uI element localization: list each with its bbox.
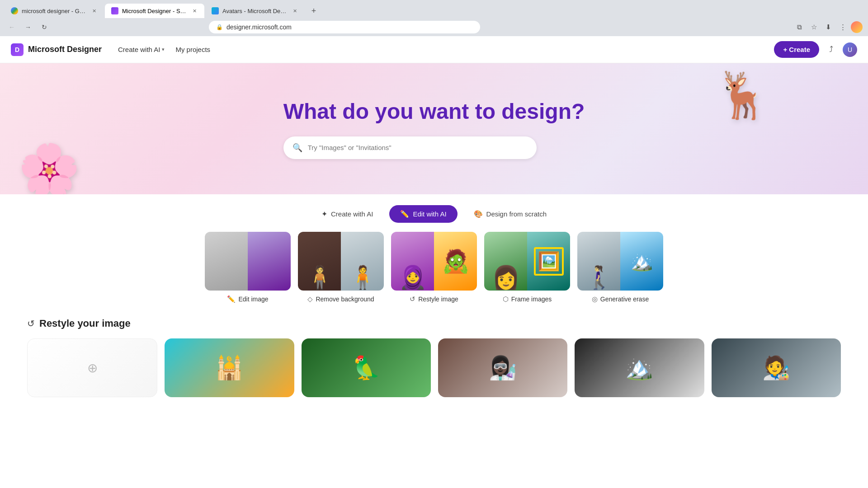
create-with-ai-nav[interactable]: Create with AI ▾ xyxy=(113,42,170,57)
create-with-ai-label: Create with AI xyxy=(118,46,160,53)
search-input[interactable] xyxy=(308,144,528,151)
address-bar: ← → ↻ 🔒 designer.microsoft.com ⧉ ☆ ⬇ ⋮ xyxy=(0,18,868,36)
tab-bar: microsoft designer - Google S... ✕ Micro… xyxy=(0,0,868,18)
restyle-card-5[interactable]: 🧑‍🎨 xyxy=(712,338,841,397)
hero-decoration-left: 🌸 xyxy=(18,145,127,194)
hero-content: What do you want to design? 🔍 xyxy=(283,99,585,159)
user-avatar[interactable]: U xyxy=(843,42,857,57)
tab-edit-ai-label: Edit with AI xyxy=(413,210,446,218)
image-label-restyle: ↺ Restyle image xyxy=(410,295,458,303)
restyle-card-1[interactable]: 🕌 xyxy=(165,338,294,397)
bookmark-button[interactable]: ☆ xyxy=(807,21,820,33)
frame-label-text: Frame images xyxy=(511,296,552,303)
image-thumb-restyle: 🧕 🧟 xyxy=(391,232,477,291)
restyle-label-text: Restyle image xyxy=(418,296,458,303)
image-label-edit: ✏️ Edit image xyxy=(227,295,268,303)
tab-close-3[interactable]: ✕ xyxy=(291,7,298,14)
search-bar[interactable]: 🔍 xyxy=(283,136,537,159)
image-card-edit[interactable]: ✏️ Edit image xyxy=(205,232,291,303)
refresh-button[interactable]: ↻ xyxy=(38,21,51,33)
restyle-card-0[interactable]: ⊕ xyxy=(27,338,157,397)
share-button[interactable]: ⤴ xyxy=(823,42,839,58)
browser-chrome: microsoft designer - Google S... ✕ Micro… xyxy=(0,0,868,36)
hero-title: What do you want to design? xyxy=(283,99,585,124)
back-button[interactable]: ← xyxy=(5,21,18,33)
tab-favicon-3 xyxy=(212,7,219,14)
remove-bg-icon: ◇ xyxy=(307,295,313,303)
restyle-title-row: ↺ Restyle your image xyxy=(27,318,841,329)
tab-favicon-1 xyxy=(11,7,18,14)
image-card-remove-bg[interactable]: 🧍 🧍 ◇ Remove background xyxy=(298,232,384,303)
logo-text: Microsoft Designer xyxy=(28,45,102,54)
restyle-card-4[interactable]: 🏔️ xyxy=(575,338,704,397)
restyle-grid: ⊕ 🕌 🦜 👩🏿‍🔬 🏔️ 🧑‍🎨 xyxy=(27,338,841,397)
image-card-restyle[interactable]: 🧕 🧟 ↺ Restyle image xyxy=(391,232,477,303)
address-text: designer.microsoft.com xyxy=(226,23,292,31)
image-thumb-remove-bg: 🧍 🧍 xyxy=(298,232,384,291)
my-projects-label: My projects xyxy=(175,46,210,53)
browser-icons: ⧉ ☆ ⬇ ⋮ xyxy=(793,21,863,33)
tab-close-2[interactable]: ✕ xyxy=(191,7,198,14)
tab-1[interactable]: microsoft designer - Google S... ✕ xyxy=(5,4,104,18)
erase-icon: ◎ xyxy=(592,295,598,303)
image-thumb-frame: 👩 🖼️ xyxy=(484,232,570,291)
tabs-section: ✦ Create with AI ✏️ Edit with AI 🎨 Desig… xyxy=(0,194,868,232)
image-label-erase: ◎ Generative erase xyxy=(592,295,649,303)
restyle-card-2[interactable]: 🦜 xyxy=(302,338,431,397)
image-label-remove-bg: ◇ Remove background xyxy=(307,295,374,303)
tab-edit-ai[interactable]: ✏️ Edit with AI xyxy=(389,205,457,223)
tab-design-scratch-label: Design from scratch xyxy=(486,210,547,218)
new-tab-button[interactable]: + xyxy=(307,5,320,17)
tab-2[interactable]: Microsoft Designer - Stunning ... ✕ xyxy=(105,4,204,18)
forward-button[interactable]: → xyxy=(22,21,34,33)
frame-icon: ⬡ xyxy=(503,295,509,303)
search-icon: 🔍 xyxy=(292,143,302,153)
erase-label-text: Generative erase xyxy=(600,296,649,303)
downloads-button[interactable]: ⬇ xyxy=(822,21,835,33)
restyle-icon: ↺ xyxy=(410,295,415,303)
tab-label-2: Microsoft Designer - Stunning ... xyxy=(122,8,187,14)
design-scratch-icon: 🎨 xyxy=(474,210,483,218)
menu-button[interactable]: ⋮ xyxy=(836,21,849,33)
tab-design-scratch[interactable]: 🎨 Design from scratch xyxy=(463,205,557,223)
my-projects-nav[interactable]: My projects xyxy=(170,42,216,57)
restyle-section: ↺ Restyle your image ⊕ 🕌 🦜 👩🏿‍🔬 🏔️ 🧑‍🎨 xyxy=(0,309,868,411)
restyle-placeholder: ⊕ xyxy=(87,361,98,375)
tab-create-ai-label: Create with AI xyxy=(331,210,373,218)
hero-section: 🌸 What do you want to design? 🔍 🦌 xyxy=(0,63,868,194)
remove-bg-label-text: Remove background xyxy=(316,296,374,303)
tab-create-ai[interactable]: ✦ Create with AI xyxy=(311,205,384,223)
tab-label-3: Avatars - Microsoft Designer xyxy=(222,8,288,14)
image-thumb-edit xyxy=(205,232,291,291)
extensions-button[interactable]: ⧉ xyxy=(793,21,806,33)
tab-label-1: microsoft designer - Google S... xyxy=(22,8,87,14)
image-card-erase[interactable]: 🚶‍♀️ 🏔️ ◎ Generative erase xyxy=(577,232,663,303)
secure-icon: 🔒 xyxy=(216,24,223,30)
browser-profile[interactable] xyxy=(851,21,863,33)
image-thumb-erase: 🚶‍♀️ 🏔️ xyxy=(577,232,663,291)
logo-icon: D xyxy=(11,43,24,56)
image-grid: ✏️ Edit image 🧍 🧍 ◇ Remove background xyxy=(0,232,868,309)
restyle-section-title: Restyle your image xyxy=(39,318,131,329)
tab-favicon-2 xyxy=(111,7,118,14)
tab-close-1[interactable]: ✕ xyxy=(90,7,98,14)
hero-decoration-right: 🦌 xyxy=(714,72,823,117)
edit-ai-icon: ✏️ xyxy=(400,210,409,218)
restyle-section-icon: ↺ xyxy=(27,318,35,329)
top-nav: D Microsoft Designer Create with AI ▾ My… xyxy=(0,36,868,63)
create-with-ai-chevron: ▾ xyxy=(162,47,165,52)
create-ai-icon: ✦ xyxy=(321,210,327,218)
app: D Microsoft Designer Create with AI ▾ My… xyxy=(0,36,868,488)
image-card-frame[interactable]: 👩 🖼️ ⬡ Frame images xyxy=(484,232,570,303)
logo-area: D Microsoft Designer xyxy=(11,43,102,56)
image-label-frame: ⬡ Frame images xyxy=(503,295,552,303)
address-input[interactable]: 🔒 designer.microsoft.com xyxy=(209,21,480,33)
create-button[interactable]: + Create xyxy=(774,41,819,58)
tab-3[interactable]: Avatars - Microsoft Designer ✕ xyxy=(205,4,305,18)
edit-label-text: Edit image xyxy=(238,296,268,303)
edit-icon: ✏️ xyxy=(227,295,236,303)
restyle-card-3[interactable]: 👩🏿‍🔬 xyxy=(438,338,567,397)
